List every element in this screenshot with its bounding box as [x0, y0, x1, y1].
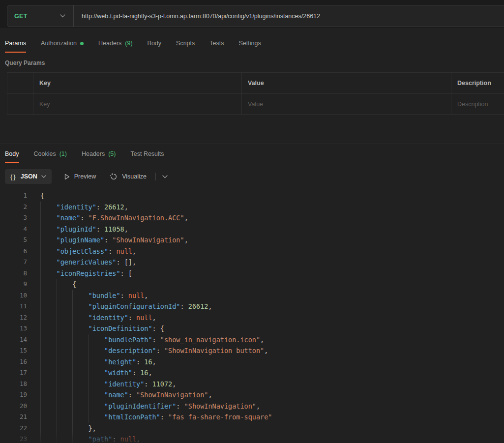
indent-guide — [57, 434, 57, 443]
indent-guide — [72, 345, 73, 356]
line-content: "htmlIconPath": "fas fa-share-from-squar… — [27, 412, 504, 423]
key-input[interactable]: Key — [33, 94, 241, 114]
indent-guide — [72, 356, 73, 368]
indent-guide — [57, 312, 57, 324]
line-number: 22 — [0, 423, 27, 434]
code-line: 9 { — [0, 279, 504, 290]
indent-guide — [40, 279, 41, 290]
json-token: "bundlePath" — [104, 336, 152, 344]
preview-button[interactable]: Preview — [64, 173, 96, 180]
json-token: "F.ShowInNavigation.ACC" — [89, 214, 184, 222]
tab-label: Tests — [209, 40, 224, 47]
indent-guide — [72, 323, 73, 334]
tab-headers[interactable]: Headers(9) — [98, 40, 133, 53]
indent-guide — [57, 345, 57, 356]
json-token: "ShowInNavigation" — [112, 236, 184, 244]
preview-label: Preview — [74, 173, 96, 180]
url-input[interactable]: http://web.t.pd-fa-nightly-s3-p-l.omn.ap… — [74, 13, 320, 20]
indent-guide — [89, 356, 89, 368]
json-token: "pluginConfigurationId" — [89, 302, 180, 310]
select-all-cell[interactable] — [7, 73, 33, 93]
json-token: null — [136, 314, 152, 322]
indent-guide — [57, 301, 57, 312]
json-token: "identity" — [57, 203, 96, 211]
indent-guide — [72, 367, 73, 379]
tab-tests[interactable]: Tests — [209, 40, 224, 53]
json-token: "description" — [104, 347, 156, 354]
indent-guide — [89, 367, 89, 379]
line-content: "identity": 26612, — [27, 202, 504, 213]
json-token: "pluginName" — [57, 236, 105, 244]
line-number: 4 — [0, 224, 27, 235]
indent-guide — [57, 412, 57, 423]
indent-guide — [89, 345, 89, 356]
json-token: 16 — [144, 358, 152, 366]
tab-label: Settings — [238, 40, 261, 47]
response-body-json[interactable]: 1{2 "identity": 26612,3 "name": "F.ShowI… — [0, 190, 504, 443]
request-tabs: ParamsAuthorizationHeaders(9)BodyScripts… — [0, 28, 504, 53]
row-handle-cell — [7, 94, 33, 114]
line-number: 21 — [0, 412, 27, 423]
code-line: 19 "name": "ShowInNavigation", — [0, 389, 504, 401]
json-token: "identity" — [104, 380, 144, 388]
json-token: "show_in_navigation.icon" — [160, 336, 260, 344]
auth-status-dot-icon — [80, 42, 84, 45]
code-line: 22 }, — [0, 423, 504, 434]
indent-guide — [72, 412, 73, 423]
response-tab-test-results[interactable]: Test Results — [130, 150, 164, 163]
indent-guide — [57, 379, 57, 390]
method-selector[interactable]: GET — [7, 5, 73, 27]
tab-body[interactable]: Body — [148, 40, 162, 53]
tab-label: Body — [148, 40, 162, 47]
visualize-button[interactable]: Visualize — [110, 173, 147, 180]
line-content: "pluginConfigurationId": 26612, — [27, 301, 504, 312]
tab-params[interactable]: Params — [5, 40, 26, 53]
tab-scripts[interactable]: Scripts — [176, 40, 195, 53]
indent-guide — [72, 389, 73, 401]
key-column-header: Key — [33, 73, 241, 93]
code-line: 20 "pluginIdentifier": "ShowInNavigation… — [0, 401, 504, 412]
request-url-bar: GET http://web.t.pd-fa-nightly-s3-p-l.om… — [7, 5, 504, 27]
description-column-header: Description — [451, 73, 504, 93]
format-select-button[interactable]: {} JSON — [5, 169, 52, 184]
response-tab-cookies[interactable]: Cookies(1) — [34, 150, 67, 163]
code-line: 23 "path": null, — [0, 434, 504, 443]
line-number: 13 — [0, 323, 27, 334]
response-tab-body[interactable]: Body — [5, 150, 19, 163]
visualize-label: Visualize — [122, 173, 147, 180]
line-content: "width": 16, — [27, 367, 504, 379]
indent-guide — [40, 246, 41, 257]
table-header-row: Key Value Description — [7, 73, 504, 93]
code-line: 16 "height": 16, — [0, 356, 504, 368]
tab-label: Scripts — [176, 40, 195, 47]
code-line: 8 "iconRegistries": [ — [0, 268, 504, 279]
method-label: GET — [14, 13, 28, 20]
indent-guide — [40, 268, 41, 279]
line-content: "iconRegistries": [ — [27, 268, 504, 279]
indent-guide — [40, 379, 41, 390]
tab-authorization[interactable]: Authorization — [41, 40, 84, 53]
request-header: GET http://web.t.pd-fa-nightly-s3-p-l.om… — [0, 0, 504, 28]
divider — [155, 173, 156, 180]
code-line: 2 "identity": 26612, — [0, 202, 504, 213]
description-input[interactable]: Description — [451, 94, 504, 114]
tab-settings[interactable]: Settings — [238, 40, 261, 53]
indent-guide — [40, 312, 41, 324]
line-number: 17 — [0, 367, 27, 379]
value-input[interactable]: Value — [241, 94, 451, 114]
line-number: 1 — [0, 190, 27, 202]
line-number: 23 — [0, 434, 27, 443]
code-line: 6 "objectClass": null, — [0, 246, 504, 257]
more-formats-chevron[interactable] — [162, 175, 168, 178]
json-token: "width" — [104, 369, 132, 377]
indent-guide — [40, 367, 41, 379]
code-line: 14 "bundlePath": "show_in_navigation.ico… — [0, 334, 504, 346]
json-token: "bundle" — [89, 292, 120, 299]
json-token: "ShowInNavigation" — [184, 402, 256, 410]
json-token: "name" — [104, 391, 128, 399]
tab-count-badge: (5) — [108, 150, 116, 157]
code-line: 3 "name": "F.ShowInNavigation.ACC", — [0, 212, 504, 224]
indent-guide — [57, 367, 57, 379]
response-tab-headers[interactable]: Headers(5) — [82, 150, 116, 163]
indent-guide — [40, 323, 41, 334]
